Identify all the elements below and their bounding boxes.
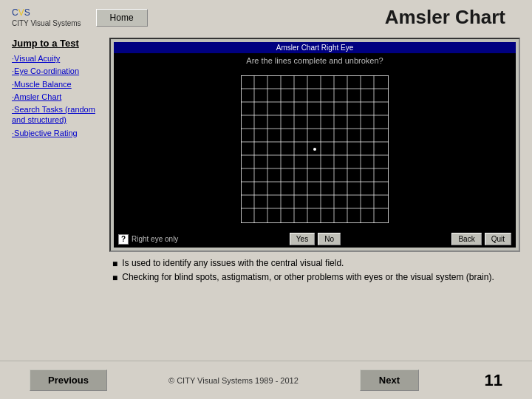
logo-s: S <box>24 7 30 18</box>
amsler-grid <box>241 75 389 223</box>
page-title: Amsler Chart <box>385 6 520 29</box>
logo-cvs: CVS <box>12 7 81 18</box>
nav-item-search-tasks[interactable]: ·Search Tasks (random and structured) <box>12 104 100 126</box>
main-content: Jump to a Test ·Visual Acuity ·Eye Co-or… <box>0 35 532 330</box>
center-panel: Amsler Chart Right Eye Are the lines com… <box>109 38 520 324</box>
nav-item-subjective-rating[interactable]: ·Subjective Rating <box>12 128 100 138</box>
chart-question: Are the lines complete and unbroken? <box>114 53 516 68</box>
previous-button[interactable]: Previous <box>30 369 107 391</box>
sidebar: Jump to a Test ·Visual Acuity ·Eye Co-or… <box>12 38 100 324</box>
bullet-item-1: ■ Is used to identify any issues with th… <box>112 258 520 269</box>
logo-v: V <box>18 7 24 18</box>
chart-yes-no-buttons: Yes No <box>290 233 341 245</box>
page-number: 11 <box>480 371 502 390</box>
jump-title: Jump to a Test <box>12 38 100 49</box>
footer-copyright: © CITY Visual Systems 1989 - 2012 <box>168 376 299 385</box>
logo-c: C <box>12 7 18 18</box>
back-button[interactable]: Back <box>451 233 481 245</box>
status-text: Right eye only <box>132 235 178 243</box>
bullet-dot-2: ■ <box>112 273 117 283</box>
logo-area: CVS CITY Visual Systems <box>12 7 81 27</box>
chart-nav-buttons: Back Quit <box>451 233 511 245</box>
svg-point-22 <box>313 148 316 151</box>
home-button[interactable]: Home <box>96 9 148 27</box>
amsler-grid-area <box>114 68 516 231</box>
bullet-list: ■ Is used to identify any issues with th… <box>109 258 520 286</box>
chart-inner: Amsler Chart Right Eye Are the lines com… <box>114 42 516 248</box>
chart-box: Amsler Chart Right Eye Are the lines com… <box>109 38 520 252</box>
footer: Previous © CITY Visual Systems 1989 - 20… <box>0 361 532 399</box>
bullet-text-2: Checking for blind spots, astigmatism, o… <box>122 272 494 282</box>
nav-item-eye-coordination[interactable]: ·Eye Co-ordination <box>12 66 100 76</box>
chart-bottom: ? Right eye only Yes No Back Quit <box>114 231 516 248</box>
next-button[interactable]: Next <box>360 369 419 391</box>
logo-subtitle: CITY Visual Systems <box>12 19 81 27</box>
nav-item-visual-acuity[interactable]: ·Visual Acuity <box>12 53 100 64</box>
yes-button[interactable]: Yes <box>290 233 315 245</box>
no-button[interactable]: No <box>318 233 341 245</box>
bullet-text-1: Is used to identify any issues with the … <box>122 258 344 268</box>
quit-button[interactable]: Quit <box>485 233 511 245</box>
nav-item-muscle-balance[interactable]: ·Muscle Balance <box>12 79 100 89</box>
header: CVS CITY Visual Systems Home Amsler Char… <box>0 0 532 35</box>
chart-status: ? Right eye only <box>118 234 178 245</box>
nav-item-amsler-chart[interactable]: ·Amsler Chart <box>12 92 100 102</box>
help-icon[interactable]: ? <box>118 234 129 245</box>
chart-title-bar: Amsler Chart Right Eye <box>114 42 516 53</box>
bullet-item-2: ■ Checking for blind spots, astigmatism,… <box>112 272 520 283</box>
bullet-dot-1: ■ <box>112 259 117 269</box>
